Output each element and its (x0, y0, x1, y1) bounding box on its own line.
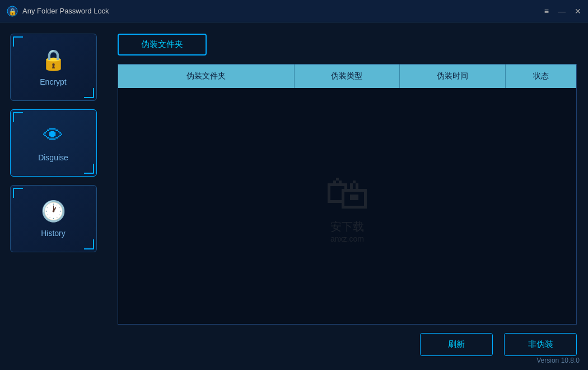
sidebar: 🔒 Encrypt 👁 Disguise 🕐 History (0, 22, 106, 370)
col-disguise-type: 伪装类型 (295, 64, 400, 88)
refresh-button[interactable]: 刷新 (420, 333, 493, 356)
table-body-empty: 🛍 安下载 anxz.com (118, 88, 576, 322)
col-disguise-folder: 伪装文件夹 (118, 64, 295, 88)
undisguise-button[interactable]: 非伪装 (504, 333, 577, 356)
sidebar-item-encrypt-label: Encrypt (40, 77, 66, 86)
watermark-text: 安下载 (330, 219, 364, 234)
disguise-folder-tab[interactable]: 伪装文件夹 (118, 34, 207, 55)
app-title: Any Folder Password Lock (22, 7, 544, 15)
svg-text:🔒: 🔒 (8, 7, 17, 16)
sidebar-item-history[interactable]: 🕐 History (10, 185, 97, 252)
eye-icon: 👁 (43, 124, 63, 147)
table-header: 伪装文件夹 伪装类型 伪装时间 状态 (118, 64, 576, 88)
menu-button[interactable]: ≡ (544, 7, 549, 16)
lock-icon: 🔒 (41, 48, 66, 72)
watermark-bag-icon: 🛍 (325, 168, 370, 219)
content-area: 伪装文件夹 伪装文件夹 伪装类型 伪装时间 状态 🛍 安下载 anxz (106, 22, 588, 370)
main-layout: 🔒 Encrypt 👁 Disguise 🕐 History 伪装文件夹 伪装文… (0, 22, 588, 370)
sidebar-item-history-label: History (41, 229, 66, 238)
col-disguise-time: 伪装时间 (400, 64, 506, 88)
table-header-row: 伪装文件夹 伪装类型 伪装时间 状态 (118, 64, 576, 88)
clock-icon: 🕐 (41, 200, 66, 223)
minimize-button[interactable]: — (558, 7, 566, 16)
col-status: 状态 (506, 64, 576, 88)
watermark-url: anxz.com (330, 234, 364, 243)
sidebar-item-disguise-label: Disguise (38, 153, 68, 162)
titlebar: 🔒 Any Folder Password Lock ≡ — ✕ (0, 0, 588, 22)
sidebar-item-disguise[interactable]: 👁 Disguise (10, 109, 97, 177)
bottom-bar: 刷新 非伪装 (118, 333, 577, 359)
tab-bar: 伪装文件夹 (118, 34, 577, 55)
empty-watermark: 🛍 安下载 anxz.com (325, 168, 370, 243)
app-icon: 🔒 (7, 6, 18, 17)
window-controls[interactable]: ≡ — ✕ (544, 7, 581, 16)
sidebar-item-encrypt[interactable]: 🔒 Encrypt (10, 34, 97, 101)
data-table: 伪装文件夹 伪装类型 伪装时间 状态 🛍 安下载 anxz.com (118, 64, 577, 325)
version-label: Version 10.8.0 (536, 357, 580, 364)
close-button[interactable]: ✕ (575, 7, 581, 16)
